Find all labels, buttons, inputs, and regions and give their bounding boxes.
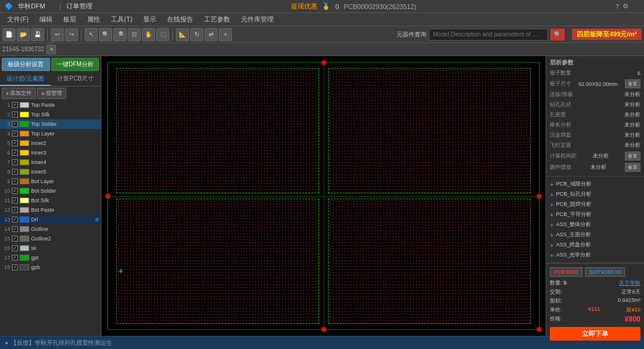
analysis-ass-pad[interactable]: + ASS_焊盘分析 [550,240,640,250]
unit-price-row: 单价: ¥111 最¥10 [550,306,640,314]
pcb-canvas[interactable]: + [101,56,546,336]
layer-mgmt-btn[interactable]: ≡ 层管理 [37,88,66,99]
menu-layers[interactable]: 板层 [58,14,81,25]
layer-check[interactable]: ✓ [12,188,18,194]
layer-item[interactable]: 2 ✓ Top Silk [0,110,101,119]
param-row-gold: 沉金焊盘 未分析 [550,131,640,140]
layer-item[interactable]: 13 ✓ Drl ⚙ [0,215,101,224]
menu-edit[interactable]: 编辑 [35,14,57,25]
layer-item[interactable]: 9 ✓ Bot Layer [0,177,101,186]
tb-fit-btn[interactable]: ⊡ [128,28,141,41]
param-calc-size-btn[interactable]: 备算 [625,79,640,88]
tb-cursor-btn[interactable]: ↖ [85,28,98,41]
analysis-pcb-char[interactable]: + PCB_字符分析 [550,209,640,220]
layer-item[interactable]: 16 ✓ sk [0,243,101,253]
unit-price-label: 单价: [550,306,562,314]
order-button[interactable]: 立即下单 [550,327,640,341]
layer-check[interactable]: ✓ [12,131,18,137]
search-button[interactable]: 🔍 [550,29,565,41]
analysis-pcb-solder[interactable]: + PCB_阻焊分析 [550,199,640,209]
layer-check[interactable]: ✓ [12,140,18,146]
promo-text[interactable]: 提现优惠 [291,2,317,11]
order-mgmt-label[interactable]: 订单管理 [66,2,92,11]
settings-icon[interactable]: ⚙ [623,2,628,10]
layer-check[interactable]: ✓ [12,217,18,223]
dfm-analysis-btn[interactable]: 一键DFM分析 [51,58,100,71]
menu-properties[interactable]: 属性 [82,14,105,25]
tb-zoom-out-btn[interactable]: 🔎 [113,28,126,41]
analysis-pcb-drill[interactable]: + PCB_钻孔分析 [550,189,640,199]
layer-item[interactable]: 10 ✓ Bot Solder [0,186,101,196]
tb-redo-btn[interactable]: ↪ [65,28,78,41]
layer-check[interactable]: ✓ [12,236,18,242]
tb-measure-btn[interactable]: 📐 [176,28,189,41]
layer-check[interactable]: ✓ [12,178,18,184]
layer-check[interactable]: ✓ [12,112,18,118]
layer-check[interactable]: ✓ [12,121,18,127]
layer-item[interactable]: 4 ✓ Top Layer [0,129,101,138]
param-label-quantity: 板子数量 [550,69,571,77]
menu-tools[interactable]: 工具(T) [106,14,137,25]
toolbar: 📄 📂 💾 ↩ ↪ ↖ 🔍 🔎 ⊡ ✋ ⬚ 📐 ↻ ⇌ + 元器件查询 🔍 四层… [0,26,644,43]
layer-check[interactable]: ✓ [12,245,18,251]
layer-check[interactable]: ✓ [12,159,18,165]
layer-item[interactable]: 5 ✓ Inner2 [0,138,101,148]
analysis-ass-overall[interactable]: + ASS_整体分析 [550,220,640,230]
tb-rotate-btn[interactable]: ↻ [190,28,203,41]
layer-check[interactable]: ✓ [12,255,18,261]
layer-check[interactable]: ✓ [12,102,18,108]
analysis-ass-main[interactable]: + ASS_主面分析 [550,230,640,240]
tb-flip-btn[interactable]: ⇌ [205,28,218,41]
layer-item[interactable]: 18 ✓ gpb [0,262,101,272]
help-icon[interactable]: ? [615,3,619,10]
tb-open-btn[interactable]: 📂 [17,28,30,41]
layer-item[interactable]: 6 ✓ Inner3 [0,148,101,157]
param-calc-component-btn[interactable]: 备算 [625,163,640,172]
layer-item[interactable]: 7 ✓ Inner4 [0,157,101,167]
tb-zoom-in-btn[interactable]: 🔍 [99,28,112,41]
tb-add-btn[interactable]: + [219,28,232,41]
layer-item[interactable]: 12 ✓ Bot Paste [0,205,101,215]
search-input[interactable] [429,29,548,41]
layer-check[interactable]: ✓ [12,197,18,203]
layer-check[interactable]: ✓ [12,264,18,270]
layer-item[interactable]: 14 ✓ Outline [0,224,101,234]
layer-check[interactable]: ✓ [12,150,18,156]
menu-view[interactable]: 显示 [138,14,161,25]
layer-item[interactable]: 3 ✓ Top Solder [0,119,101,129]
layer-color-indicator [20,140,29,146]
layer-item[interactable]: 17 ✓ gpt [0,253,101,262]
pcb-panel-br [328,199,531,324]
tb-new-btn[interactable]: 📄 [2,28,16,41]
layer-color-indicator [20,197,29,203]
add-file-btn[interactable]: + 添加文件 [2,88,36,99]
param-value-panel: 未分析 [624,91,640,98]
layer-item[interactable]: 1 ✓ Top Paste [0,100,101,110]
analysis-ass-optical[interactable]: + ASS_光学分析 [550,250,640,260]
board-analysis-btn[interactable]: 板级分析设置 [2,58,50,71]
tb-undo-btn[interactable]: ↩ [51,28,64,41]
layer-item[interactable]: 8 ✓ Inner5 [0,167,101,177]
layer-check[interactable]: ✓ [12,226,18,232]
menu-process[interactable]: 工艺参数 [199,14,235,25]
analysis-pcb-boundary[interactable]: + PCB_域限分析 [550,179,640,189]
layer-item[interactable]: 11 ✓ Bot Silk [0,196,101,205]
param-label-density: 孔密度 [550,111,566,119]
menu-file[interactable]: 文件(F) [2,14,33,25]
layer-check[interactable]: ✓ [12,207,18,213]
menu-online[interactable]: 在线报告 [162,14,198,25]
tb-move-btn[interactable]: ✋ [142,28,155,41]
canvas-area[interactable]: + [101,56,546,336]
layer-check[interactable]: ✓ [12,169,18,175]
analysis-label: PCB_域限分析 [556,180,592,188]
tab-calc-pcb[interactable]: 计算PCB尺寸 [51,73,101,86]
menu-components[interactable]: 元件库管理 [236,14,278,25]
tb-save-btn[interactable]: 💾 [31,28,44,41]
param-calc-spacing-btn[interactable]: 备算 [625,152,640,160]
coord-add-btn[interactable]: + [47,45,56,54]
tab-design-layer[interactable]: 设计层/元素图 [0,73,51,86]
ad-banner[interactable]: 四层板降至499元/m² [572,29,642,40]
layer-item[interactable]: 15 ✓ Outline2 [0,234,101,243]
tb-select-btn[interactable]: ⬚ [156,28,169,41]
about-link[interactable]: 关于华秋 [619,279,640,287]
